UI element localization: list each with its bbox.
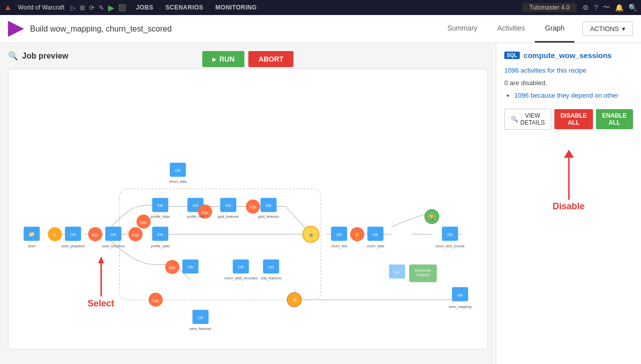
run-button[interactable]: ▶ RUN [202, 51, 244, 67]
svg-text:profile_data: profile_data [151, 244, 170, 248]
nav-icon-run[interactable]: ▶ [108, 3, 114, 13]
nav-icon-edit[interactable]: ✎ [99, 4, 104, 12]
nav-monitoring[interactable]: MONITORING [215, 4, 257, 11]
top-nav: ▲ World of Warcraft ▷ ⊞ ⟳ ✎ ▶ ⬛ JOBS SCE… [0, 0, 641, 15]
second-bar: Build wow_mapping, churn_test_scored Sum… [0, 15, 641, 43]
chevron-down-icon: ▾ [622, 25, 625, 33]
tutomaster-label: Tutomaster 4.0 [522, 3, 576, 12]
enable-all-button[interactable]: ENABLE ALL [596, 109, 633, 129]
svg-text:DB: DB [198, 315, 203, 320]
search-icon-small: 🔍 [511, 116, 518, 123]
recipe-name: compute_wow_sessions [524, 51, 612, 60]
svg-marker-61 [98, 256, 104, 263]
svg-text:DB: DB [266, 203, 271, 208]
help-icon[interactable]: ? [594, 4, 598, 12]
disable-all-button[interactable]: DISABLE ALL [554, 109, 593, 129]
activities-info: 1096 activities for this recipe [504, 66, 633, 76]
nav-icon-refresh[interactable]: ⟳ [89, 4, 95, 12]
graph-svg: 📁 ✓ DB SQL DB SQL SQL [9, 69, 487, 349]
select-label: Select [88, 298, 114, 308]
svg-text:DB: DB [111, 232, 116, 237]
right-panel: SQL compute_wow_sessions 1096 activities… [496, 43, 641, 364]
svg-text:churn_data: churn_data [169, 180, 187, 184]
svg-text:wow_features: wow_features [189, 327, 212, 331]
tab-summary[interactable]: Summary [437, 15, 487, 43]
select-annotation: Select [88, 256, 114, 309]
nav-jobs[interactable]: JOBS [136, 4, 154, 11]
svg-text:gold_features: gold_features [258, 215, 279, 219]
settings-icon[interactable]: ⚙ [582, 4, 589, 12]
activity-icon[interactable]: 〜 [603, 3, 610, 12]
run-abort-bar: ▶ RUN ABORT [202, 51, 293, 67]
job-preview-title: Job preview [22, 52, 68, 61]
svg-text:SQL: SQL [132, 233, 140, 237]
abort-button[interactable]: ABORT [248, 51, 293, 67]
svg-text:DB: DB [337, 232, 342, 237]
nav-icon-arrow[interactable]: ▷ [71, 4, 76, 12]
svg-text:DB: DB [175, 168, 181, 173]
graph-canvas: 📁 ✓ DB SQL DB SQL SQL [8, 69, 488, 349]
svg-text:sql: sql [395, 270, 399, 274]
svg-text:SQL: SQL [91, 233, 100, 237]
disabled-count: 0 are disabled. [504, 78, 633, 89]
svg-text:SQL: SQL [168, 265, 177, 270]
svg-marker-62 [564, 150, 574, 158]
disable-annotation: Disable [504, 150, 633, 212]
svg-text:SQL: SQL [201, 210, 209, 215]
svg-text:store: store [28, 244, 36, 248]
svg-text:DB: DB [238, 265, 243, 269]
svg-text:DB: DB [157, 203, 163, 208]
svg-text:wow_sessions: wow_sessions [102, 244, 125, 248]
svg-text:churn_test_scored: churn_test_scored [436, 244, 465, 248]
select-arrow-up-icon [88, 256, 114, 296]
svg-text:churn_data_encoded: churn_data_encoded [224, 276, 257, 280]
preview-search-icon: 🔍 [8, 51, 18, 61]
svg-text:DB: DB [225, 203, 231, 208]
svg-text:profile_data: profile_data [151, 215, 170, 219]
svg-text:tota_features: tota_features [261, 276, 282, 280]
svg-text:DB: DB [157, 232, 163, 237]
svg-text:⟳: ⟳ [292, 297, 297, 303]
svg-text:DB: DB [268, 265, 274, 269]
run-triangle-button[interactable] [8, 21, 24, 37]
svg-text:churn_data: churn_data [367, 244, 384, 248]
bullet-item: 1096 because they depend on other [514, 91, 633, 101]
panel-buttons: 🔍 VIEW DETAILS DISABLE ALL ENABLE ALL [504, 109, 633, 130]
svg-text:wow_mapping: wow_mapping [448, 305, 471, 309]
svg-text:⚡: ⚡ [354, 231, 361, 238]
graph-area: 🔍 Job preview ▶ RUN ABORT [0, 43, 496, 364]
logo-icon: ▲ [4, 3, 12, 12]
svg-text:SQL: SQL [249, 205, 257, 209]
nav-icon-db[interactable]: ⊞ [80, 4, 85, 12]
nav-scenarios[interactable]: SCENARIOS [165, 4, 203, 11]
project-name[interactable]: World of Warcraft [18, 4, 65, 11]
svg-text:📁: 📁 [29, 231, 35, 237]
tab-graph[interactable]: Graph [535, 15, 574, 43]
disable-label: Disable [552, 201, 584, 211]
svg-text:DB: DB [188, 265, 193, 269]
svg-text:DB: DB [447, 232, 453, 237]
nav-icon-stop[interactable]: ⬛ [118, 4, 126, 12]
view-details-button[interactable]: 🔍 VIEW DETAILS [504, 109, 551, 130]
svg-text:wow_prepared: wow_prepared [61, 244, 85, 248]
svg-text:gold_features: gold_features [217, 215, 239, 219]
svg-text:DB: DB [193, 203, 198, 208]
svg-text:SQL: SQL [152, 298, 160, 303]
search-icon[interactable]: 🔍 [628, 4, 637, 12]
sql-badge: SQL [504, 52, 520, 59]
recipe-header: SQL compute_wow_sessions [504, 51, 633, 60]
tab-activities[interactable]: Activities [487, 15, 535, 43]
build-title: Build wow_mapping, churn_test_scored [30, 25, 437, 34]
svg-text:⊕: ⊕ [309, 232, 313, 238]
svg-text:DB: DB [457, 293, 463, 297]
notification-icon[interactable]: 🔔 [615, 4, 623, 12]
nav-icons-group: ▷ ⊞ ⟳ ✎ ▶ ⬛ [71, 3, 126, 13]
svg-text:🏆: 🏆 [428, 214, 435, 221]
svg-text:✓: ✓ [53, 232, 57, 237]
svg-text:FOREST: FOREST [416, 273, 430, 277]
disable-arrow-icon [561, 150, 576, 200]
svg-text:DB: DB [373, 232, 378, 237]
main-content: 🔍 Job preview ▶ RUN ABORT [0, 43, 641, 364]
svg-text:RANDOM: RANDOM [415, 269, 431, 272]
actions-button[interactable]: ACTIONS ▾ [582, 22, 633, 36]
